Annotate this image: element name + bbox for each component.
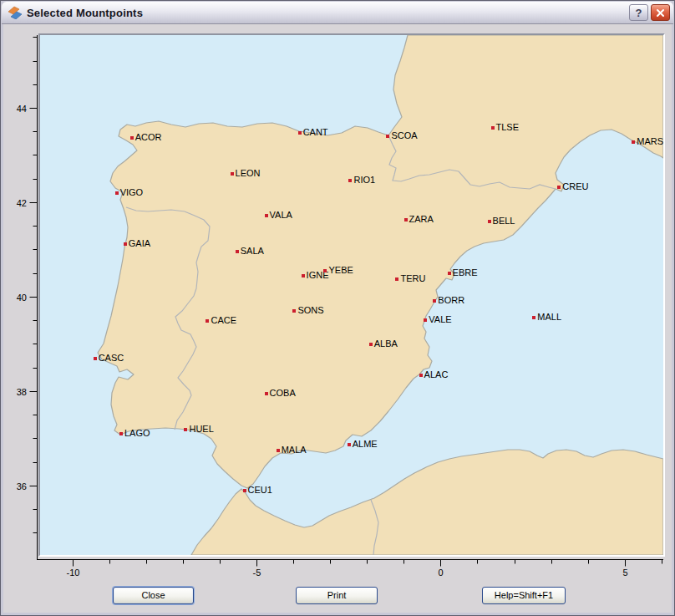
question-icon: ? <box>636 7 642 19</box>
titlebar-help-button[interactable]: ? <box>629 4 648 21</box>
window-title: Selected Mountpoints <box>27 7 143 19</box>
close-button[interactable]: Close <box>113 587 194 604</box>
app-diamond-icon <box>8 6 23 19</box>
x-tick-label: 5 <box>622 568 627 578</box>
close-icon <box>656 8 665 18</box>
title-bar[interactable]: Selected Mountpoints ? <box>2 2 673 24</box>
map-canvas <box>40 35 663 555</box>
print-button[interactable]: Print <box>296 587 378 604</box>
x-tick-label: -5 <box>253 568 261 578</box>
dialog-window: Selected Mountpoints ? <box>0 0 675 616</box>
y-tick-label: 38 <box>17 387 27 397</box>
y-tick-label: 36 <box>17 481 27 491</box>
x-tick-label: 0 <box>438 568 443 578</box>
y-tick-label: 42 <box>17 198 27 208</box>
y-tick-label: 40 <box>17 293 27 303</box>
y-tick-label: 44 <box>17 104 27 114</box>
x-tick-label: -10 <box>67 568 80 578</box>
help-button[interactable]: Help=Shift+F1 <box>482 587 566 604</box>
titlebar-close-button[interactable] <box>651 4 670 21</box>
